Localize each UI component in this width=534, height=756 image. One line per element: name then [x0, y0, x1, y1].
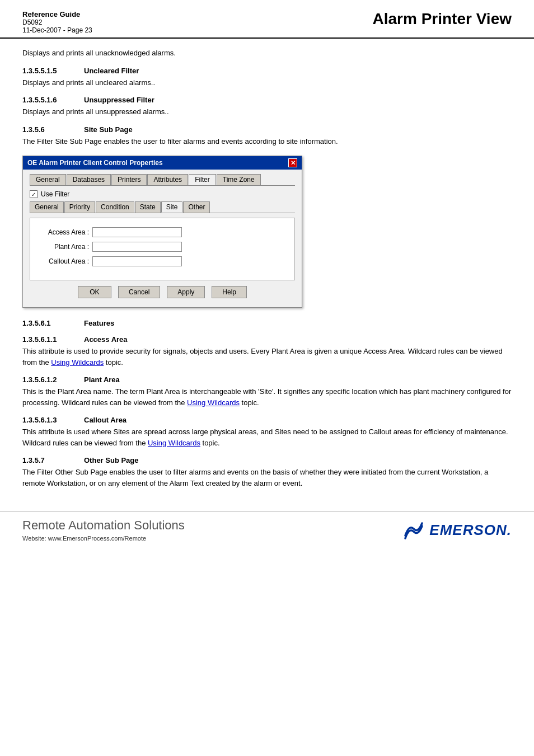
doc-meta-line2: 11-Dec-2007 - Page 23: [22, 26, 92, 34]
emerson-logo: EMERSON.: [402, 519, 512, 541]
section-number-1-3-5-5-1-5: 1.3.5.5.1.5: [22, 67, 73, 75]
section-number-1-3-5-6-1-2: 1.3.5.6.1.2: [22, 375, 73, 384]
body-text-1-3-5-6-1-2: This is the Plant Area name. The term Pl…: [22, 387, 511, 407]
access-area-label: Access Area :: [41, 228, 89, 236]
dialog-close-button[interactable]: ✕: [288, 158, 297, 167]
section-body-1-3-5-6: The Filter Site Sub Page enables the use…: [22, 136, 512, 147]
intro-paragraph: Displays and prints all unacknowledged a…: [22, 48, 512, 59]
page-footer: Remote Automation Solutions Website: www…: [0, 511, 534, 548]
doc-meta-line1: D5092: [22, 18, 92, 26]
section-title-1-3-5-7: Other Sub Page: [84, 456, 139, 464]
callout-area-input[interactable]: [92, 256, 182, 266]
callout-area-label: Callout Area :: [41, 257, 89, 265]
section-1-3-5-6-1-3-heading: 1.3.5.6.1.3 Callout Area: [22, 416, 512, 424]
tab-timezone[interactable]: Time Zone: [217, 174, 261, 185]
inner-tab-other[interactable]: Other: [183, 201, 210, 213]
use-filter-row: ✓ Use Filter: [30, 190, 295, 198]
section-1-3-5-6-1-2-heading: 1.3.5.6.1.2 Plant Area: [22, 375, 512, 384]
main-content: Displays and prints all unacknowledged a…: [0, 48, 534, 489]
dialog-form: Access Area : Plant Area : Callout Area …: [30, 218, 295, 280]
website-info: Website: www.EmersonProcess.com/Remote: [22, 535, 185, 542]
form-row-access-area: Access Area :: [41, 227, 283, 237]
dialog-buttons: OK Cancel Apply Help: [30, 286, 295, 303]
section-1-3-5-6-1-heading: 1.3.5.6.1 Features: [22, 319, 512, 327]
section-title-1-3-5-6-1-1: Access Area: [84, 335, 128, 344]
tab-printers[interactable]: Printers: [111, 174, 147, 185]
inner-tab-general[interactable]: General: [30, 201, 64, 213]
section-number-1-3-5-6: 1.3.5.6: [22, 125, 73, 134]
inner-tab-state[interactable]: State: [135, 201, 161, 213]
section-title-1-3-5-6-1: Features: [84, 319, 114, 327]
link-using-wildcards-2[interactable]: Using Wildcards: [187, 398, 240, 407]
section-body-1-3-5-6-1-1: This attribute is used to provide securi…: [22, 346, 512, 368]
section-number-1-3-5-6-1-3: 1.3.5.6.1.3: [22, 416, 73, 424]
plant-area-input[interactable]: [92, 242, 182, 252]
tab-filter[interactable]: Filter: [189, 174, 216, 185]
form-row-plant-area: Plant Area :: [41, 242, 283, 252]
plant-area-label: Plant Area :: [41, 243, 89, 251]
section-body-1-3-5-7: The Filter Other Sub Page enables the us…: [22, 467, 512, 489]
section-number-1-3-5-6-1-1: 1.3.5.6.1.1: [22, 335, 73, 344]
section-number-1-3-5-6-1: 1.3.5.6.1: [22, 319, 73, 327]
body-end-1-3-5-6-1-3: topic.: [200, 439, 220, 447]
dialog-title: OE Alarm Printer Client Control Properti…: [27, 159, 163, 167]
ok-button[interactable]: OK: [78, 286, 111, 298]
section-title-1-3-5-5-1-6: Unsuppressed Filter: [84, 96, 154, 104]
section-1-3-5-7-heading: 1.3.5.7 Other Sub Page: [22, 456, 512, 464]
footer-left: Remote Automation Solutions Website: www…: [22, 518, 185, 542]
inner-tab-row: General Priority Condition State Site Ot…: [30, 201, 295, 213]
section-1-3-5-6-1-1-heading: 1.3.5.6.1.1 Access Area: [22, 335, 512, 344]
section-number-1-3-5-7: 1.3.5.7: [22, 456, 73, 464]
inner-tab-priority[interactable]: Priority: [64, 201, 95, 213]
inner-tab-condition[interactable]: Condition: [96, 201, 134, 213]
help-button[interactable]: Help: [212, 286, 247, 298]
page-title: Alarm Printer View: [373, 10, 512, 28]
dialog: OE Alarm Printer Client Control Properti…: [22, 156, 302, 308]
website-label: Website:: [22, 535, 46, 542]
section-title-1-3-5-5-1-5: Uncleared Filter: [84, 67, 139, 75]
tab-databases[interactable]: Databases: [67, 174, 111, 185]
section-title-1-3-5-6-1-3: Callout Area: [84, 416, 127, 424]
section-body-1-3-5-6-1-3: This attribute is used where Sites are s…: [22, 426, 512, 448]
tab-general[interactable]: General: [30, 174, 66, 185]
section-body-1-3-5-5-1-5: Displays and prints all uncleared alarms…: [22, 77, 512, 88]
body-text-1-3-5-6-1-3: This attribute is used where Sites are s…: [22, 428, 508, 447]
cancel-button[interactable]: Cancel: [118, 286, 160, 298]
emerson-brand-text: EMERSON.: [429, 522, 512, 539]
section-title-1-3-5-6: Site Sub Page: [84, 125, 133, 134]
inner-tab-site[interactable]: Site: [161, 201, 183, 213]
section-body-1-3-5-6-1-2: This is the Plant Area name. The term Pl…: [22, 386, 512, 408]
form-row-callout-area: Callout Area :: [41, 256, 283, 266]
link-using-wildcards-3[interactable]: Using Wildcards: [148, 439, 200, 447]
header-left: Reference Guide D5092 11-Dec-2007 - Page…: [22, 10, 92, 34]
apply-button[interactable]: Apply: [167, 286, 205, 298]
section-number-1-3-5-5-1-6: 1.3.5.5.1.6: [22, 96, 73, 104]
body-end-1-3-5-6-1-1: topic.: [104, 358, 123, 367]
section-1-3-5-5-1-6-heading: 1.3.5.5.1.6 Unsuppressed Filter: [22, 96, 512, 104]
section-1-3-5-6-heading: 1.3.5.6 Site Sub Page: [22, 125, 512, 134]
emerson-symbol-icon: [402, 519, 425, 541]
body-end-1-3-5-6-1-2: topic.: [240, 398, 259, 407]
access-area-input[interactable]: [92, 227, 182, 237]
use-filter-checkbox[interactable]: ✓: [30, 190, 38, 198]
company-name: Remote Automation Solutions: [22, 518, 185, 533]
doc-title: Reference Guide: [22, 10, 92, 18]
section-title-1-3-5-6-1-2: Plant Area: [84, 375, 120, 384]
header-right: Alarm Printer View: [373, 10, 512, 28]
section-1-3-5-5-1-5-heading: 1.3.5.5.1.5 Uncleared Filter: [22, 67, 512, 75]
link-using-wildcards-1[interactable]: Using Wildcards: [51, 358, 104, 367]
top-tab-row: General Databases Printers Attributes Fi…: [30, 174, 295, 186]
website-url: www.EmersonProcess.com/Remote: [48, 535, 146, 542]
tab-attributes[interactable]: Attributes: [147, 174, 188, 185]
page-header: Reference Guide D5092 11-Dec-2007 - Page…: [0, 0, 534, 39]
dialog-titlebar: OE Alarm Printer Client Control Properti…: [23, 156, 302, 170]
use-filter-label: Use Filter: [41, 190, 69, 198]
section-body-1-3-5-5-1-6: Displays and prints all unsuppressed ala…: [22, 106, 512, 118]
dialog-body: General Databases Printers Attributes Fi…: [23, 170, 302, 307]
